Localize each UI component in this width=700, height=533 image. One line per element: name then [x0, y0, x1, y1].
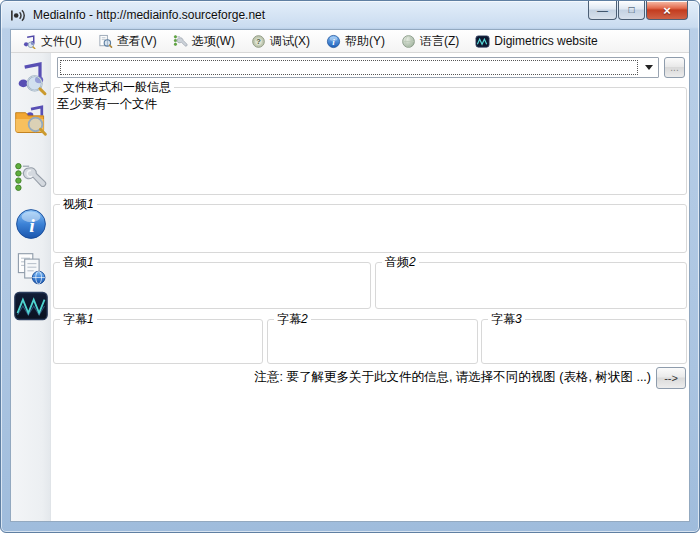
export-button[interactable] — [12, 249, 50, 289]
menu-debug[interactable]: ? 调试(X) — [243, 31, 318, 52]
menu-view-label: 查看(V) — [117, 33, 157, 50]
mediainfo-speaker-icon — [10, 7, 27, 24]
about-info-icon: i — [13, 206, 49, 242]
menu-digimetrics-label: Digimetrics website — [494, 34, 597, 48]
menu-language-label: 语言(Z) — [420, 33, 459, 50]
window-controls: — □ × — [587, 1, 688, 20]
window-title: MediaInfo - http://mediainfo.sourceforge… — [33, 8, 265, 22]
maximize-icon: □ — [628, 5, 634, 15]
svg-text:i: i — [29, 214, 35, 236]
view-magnifier-icon — [98, 34, 113, 49]
file-selector-row: ... — [57, 57, 685, 78]
svg-text:?: ? — [256, 37, 261, 46]
audio2-title: 音频2 — [382, 255, 419, 269]
close-icon: × — [663, 4, 671, 17]
options-icon — [13, 159, 49, 195]
language-globe-icon — [401, 34, 416, 49]
switch-view-button[interactable]: --> — [656, 367, 686, 389]
options-button[interactable] — [12, 157, 50, 197]
menu-digimetrics-website[interactable]: Digimetrics website — [467, 31, 605, 52]
sidebar-toolbar: i — [11, 53, 51, 521]
open-file-button[interactable] — [12, 58, 50, 98]
menubar: 文件(U) 查看(V) — [11, 30, 689, 53]
menu-language[interactable]: 语言(Z) — [393, 31, 467, 52]
about-button[interactable]: i — [12, 204, 50, 244]
menu-options-label: 选项(W) — [192, 33, 235, 50]
general-info-message: 至少要有一个文件 — [57, 96, 157, 113]
text1-title: 字幕1 — [60, 312, 97, 326]
minimize-icon: — — [597, 5, 608, 16]
view-hint-text: 注意: 要了解更多关于此文件的信息, 请选择不同的视图 (表格, 树状图 ...… — [254, 369, 651, 386]
menu-debug-label: 调试(X) — [270, 33, 310, 50]
client-area: 文件(U) 查看(V) — [10, 29, 690, 522]
waveform-view-button[interactable] — [12, 286, 50, 326]
menu-file[interactable]: 文件(U) — [14, 31, 90, 52]
text1-groupbox: 字幕1 — [53, 319, 263, 364]
close-button[interactable]: × — [646, 1, 688, 20]
open-folder-icon — [13, 101, 49, 137]
combo-focus-rect — [60, 60, 638, 75]
general-info-groupbox: 文件格式和一般信息 至少要有一个文件 — [53, 87, 687, 195]
general-info-title: 文件格式和一般信息 — [60, 80, 174, 94]
mediainfo-window: MediaInfo - http://mediainfo.sourceforge… — [0, 0, 700, 533]
content-row: i — [11, 53, 689, 521]
menu-help[interactable]: i 帮助(Y) — [318, 31, 393, 52]
menu-file-label: 文件(U) — [41, 33, 82, 50]
digimetrics-wave-icon — [475, 34, 490, 49]
titlebar[interactable]: MediaInfo - http://mediainfo.sourceforge… — [1, 1, 699, 29]
options-wrench-icon — [173, 34, 188, 49]
audio1-title: 音频1 — [60, 255, 97, 269]
text3-groupbox: 字幕3 — [481, 319, 687, 364]
debug-badge-icon: ? — [251, 34, 266, 49]
video1-title: 视频1 — [60, 197, 97, 211]
chevron-down-icon[interactable] — [640, 58, 658, 77]
file-combo[interactable] — [57, 57, 659, 78]
menu-help-label: 帮助(Y) — [345, 33, 385, 50]
open-folder-button[interactable] — [12, 99, 50, 139]
text3-title: 字幕3 — [488, 312, 525, 326]
note-row: 注意: 要了解更多关于此文件的信息, 请选择不同的视图 (表格, 树状图 ...… — [254, 366, 686, 389]
maximize-button[interactable]: □ — [618, 1, 645, 20]
text2-title: 字幕2 — [274, 312, 311, 326]
audio2-groupbox: 音频2 — [375, 262, 687, 309]
minimize-button[interactable]: — — [588, 1, 617, 20]
waveform-view-icon — [13, 288, 49, 324]
file-note-icon — [22, 34, 37, 49]
main-panel: ... 文件格式和一般信息 至少要有一个文件 视频1 音频1 音频2 字幕1 — [51, 53, 689, 521]
browse-button[interactable]: ... — [664, 57, 685, 78]
audio1-groupbox: 音频1 — [53, 262, 371, 309]
menu-view[interactable]: 查看(V) — [90, 31, 165, 52]
text2-groupbox: 字幕2 — [267, 319, 478, 364]
export-globe-icon — [13, 251, 49, 287]
menu-options[interactable]: 选项(W) — [165, 31, 243, 52]
open-file-icon — [13, 60, 49, 96]
help-info-icon: i — [326, 34, 341, 49]
video1-groupbox: 视频1 — [53, 204, 687, 253]
